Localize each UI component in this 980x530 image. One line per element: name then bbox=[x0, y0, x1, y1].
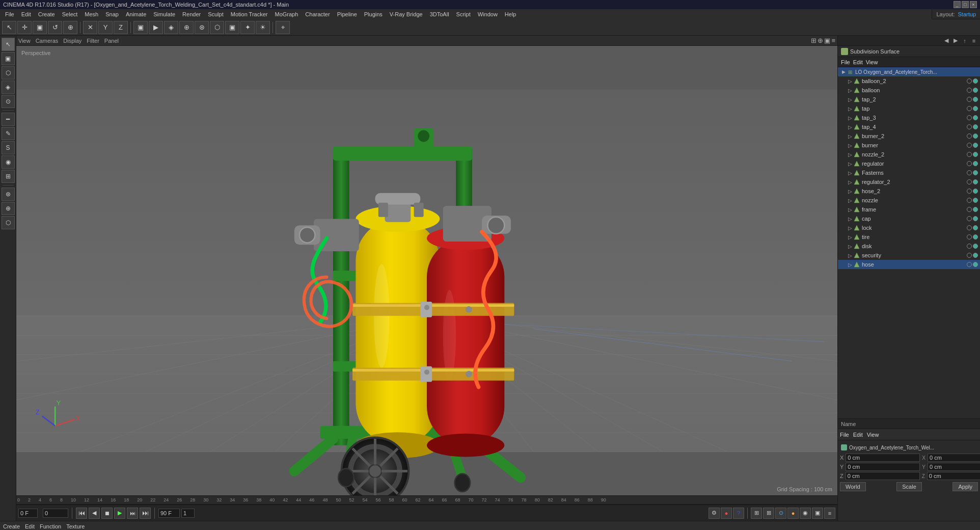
attr-z-pos[interactable] bbox=[846, 472, 920, 480]
render-help-button[interactable]: ? bbox=[733, 508, 744, 519]
obj-dot1-hose[interactable] bbox=[967, 262, 972, 267]
toolbar-btn-14[interactable]: ⊛ bbox=[195, 21, 209, 34]
menu-item-mograph[interactable]: MoGraph bbox=[271, 10, 301, 18]
attr-x-size[interactable] bbox=[928, 454, 980, 462]
play-button[interactable]: ▶ bbox=[114, 508, 125, 519]
left-tool-12[interactable]: ⊛ bbox=[2, 188, 15, 201]
attr-world-button[interactable]: World bbox=[840, 482, 866, 491]
obj-dot2-tap[interactable] bbox=[973, 106, 978, 111]
render-r1[interactable]: ⊞ bbox=[751, 508, 762, 519]
attr-mgr-menu-view[interactable]: View bbox=[867, 432, 879, 438]
obj-dot2-balloon[interactable] bbox=[973, 88, 978, 93]
object-tree-item-nozzle_2[interactable]: ▷nozzle_2 bbox=[838, 150, 980, 159]
viewport-menu-filter[interactable]: Filter bbox=[87, 38, 99, 44]
menu-item-file[interactable]: File bbox=[2, 10, 17, 18]
left-tool-0[interactable]: ↖ bbox=[2, 38, 15, 51]
obj-dot2-tap_3[interactable] bbox=[973, 115, 978, 120]
viewport-icon-add[interactable]: ⊕ bbox=[818, 37, 823, 44]
object-tree-item-tire[interactable]: ▷tire bbox=[838, 232, 980, 242]
obj-dot1-lock[interactable] bbox=[967, 225, 972, 230]
toolbar-btn-1[interactable]: ✛ bbox=[17, 21, 32, 34]
obj-mgr-menu-view[interactable]: View bbox=[866, 59, 878, 65]
viewport-icon-grid[interactable]: ⊞ bbox=[811, 37, 816, 44]
object-tree-item-frame[interactable]: ▷frame bbox=[838, 205, 980, 214]
menu-item-3dtoall[interactable]: 3DToAll bbox=[427, 10, 452, 18]
obj-dot1-cap[interactable] bbox=[967, 216, 972, 221]
object-tree-item-burner[interactable]: ▷burner bbox=[838, 141, 980, 150]
toolbar-btn-10[interactable]: ▣ bbox=[133, 21, 148, 34]
menu-item-pipeline[interactable]: Pipeline bbox=[334, 10, 360, 18]
menu-item-motion tracker[interactable]: Motion Tracker bbox=[228, 10, 271, 18]
left-tool-2[interactable]: ⬡ bbox=[2, 66, 15, 80]
object-tree-item-balloon[interactable]: ▷balloon bbox=[838, 86, 980, 95]
object-tree-item-tap_2[interactable]: ▷tap_2 bbox=[838, 95, 980, 104]
stop-button[interactable]: ⏹ bbox=[101, 508, 113, 519]
obj-mgr-menu-edit[interactable]: Edit bbox=[853, 59, 863, 65]
object-tree-item-hose[interactable]: ▷hose bbox=[838, 260, 980, 269]
obj-dot1-balloon_2[interactable] bbox=[967, 78, 972, 84]
attr-mgr-menu-file[interactable]: File bbox=[840, 432, 849, 438]
menu-item-window[interactable]: Window bbox=[475, 10, 501, 18]
render-r4[interactable]: ● bbox=[787, 508, 799, 519]
left-tool-13[interactable]: ⊕ bbox=[2, 202, 15, 215]
toolbar-btn-12[interactable]: ◈ bbox=[164, 21, 178, 34]
attr-y-size[interactable] bbox=[928, 463, 980, 471]
obj-dot2-regulator[interactable] bbox=[973, 161, 978, 166]
close-button[interactable]: × bbox=[970, 1, 977, 8]
obj-dot2-tap_2[interactable] bbox=[973, 97, 978, 102]
menu-item-character[interactable]: Character bbox=[302, 10, 333, 18]
toolbar-btn-15[interactable]: ⬡ bbox=[210, 21, 224, 34]
menu-item-plugins[interactable]: Plugins bbox=[361, 10, 386, 18]
fps-input[interactable] bbox=[181, 509, 195, 518]
attr-apply-button[interactable]: Apply bbox=[952, 482, 978, 491]
render-r7[interactable]: ≡ bbox=[824, 508, 835, 519]
obj-dot2-disk[interactable] bbox=[973, 244, 978, 249]
object-tree-root[interactable]: ▶ ⊞ LO Oxygen_and_Acetylene_Torch... bbox=[838, 67, 980, 76]
toolbar-btn-8[interactable]: Z bbox=[114, 21, 128, 34]
left-tool-3[interactable]: ◈ bbox=[2, 81, 15, 94]
left-tool-4[interactable]: ⊙ bbox=[2, 95, 15, 108]
play-reverse-button[interactable]: ◀ bbox=[89, 508, 100, 519]
viewport-icon-square[interactable]: ▣ bbox=[824, 37, 830, 44]
go-to-start-button[interactable]: ⏮ bbox=[76, 508, 87, 519]
mat-menu-create[interactable]: Create bbox=[3, 523, 20, 529]
layout-value[interactable]: Startup bbox=[958, 11, 976, 17]
mat-menu-function[interactable]: Function bbox=[40, 523, 61, 529]
object-tree-item-regulator_2[interactable]: ▷regulator_2 bbox=[838, 177, 980, 187]
viewport-menu-cameras[interactable]: Cameras bbox=[36, 38, 59, 44]
menu-item-mesh[interactable]: Mesh bbox=[81, 10, 101, 18]
obj-dot2-Fasterns[interactable] bbox=[973, 170, 978, 175]
obj-dot2-lock[interactable] bbox=[973, 225, 978, 230]
obj-dot2-burner_2[interactable] bbox=[973, 134, 978, 139]
toolbar-btn-16[interactable]: ▣ bbox=[225, 21, 239, 34]
viewport[interactable]: X Y Z Perspective Grid Spacing : 100 cm bbox=[16, 46, 837, 495]
render-r3[interactable]: ⊙ bbox=[775, 508, 786, 519]
obj-dot1-disk[interactable] bbox=[967, 244, 972, 249]
obj-dot1-regulator_2[interactable] bbox=[967, 179, 972, 184]
attr-mgr-menu-edit[interactable]: Edit bbox=[853, 432, 863, 438]
toolbar-btn-11[interactable]: ▶ bbox=[149, 21, 163, 34]
object-tree-item-burner_2[interactable]: ▷burner_2 bbox=[838, 131, 980, 141]
obj-dot2-regulator_2[interactable] bbox=[973, 179, 978, 184]
obj-mgr-menu-file[interactable]: File bbox=[841, 59, 850, 65]
toolbar-btn-2[interactable]: ▣ bbox=[33, 21, 47, 34]
obj-dot2-frame[interactable] bbox=[973, 207, 978, 212]
object-tree-item-hose_2[interactable]: ▷hose_2 bbox=[838, 187, 980, 196]
obj-dot1-hose_2[interactable] bbox=[967, 189, 972, 194]
render-r2[interactable]: ⊞ bbox=[763, 508, 774, 519]
object-tree-item-tap_4[interactable]: ▷tap_4 bbox=[838, 122, 980, 131]
attr-y-pos[interactable] bbox=[846, 463, 920, 471]
menu-item-render[interactable]: Render bbox=[179, 10, 204, 18]
minimize-button[interactable]: _ bbox=[954, 1, 961, 8]
obj-dot1-tap[interactable] bbox=[967, 106, 972, 111]
obj-mgr-icon4[interactable]: ≡ bbox=[970, 37, 978, 45]
obj-dot1-Fasterns[interactable] bbox=[967, 170, 972, 175]
obj-dot2-cap[interactable] bbox=[973, 216, 978, 221]
obj-dot1-burner_2[interactable] bbox=[967, 134, 972, 139]
left-tool-14[interactable]: ⬡ bbox=[2, 216, 15, 229]
viewport-menu-panel[interactable]: Panel bbox=[104, 38, 119, 44]
obj-dot2-hose_2[interactable] bbox=[973, 189, 978, 194]
menu-item-simulate[interactable]: Simulate bbox=[150, 10, 178, 18]
current-frame-input[interactable] bbox=[18, 509, 38, 518]
toolbar-btn-7[interactable]: Y bbox=[98, 21, 113, 34]
